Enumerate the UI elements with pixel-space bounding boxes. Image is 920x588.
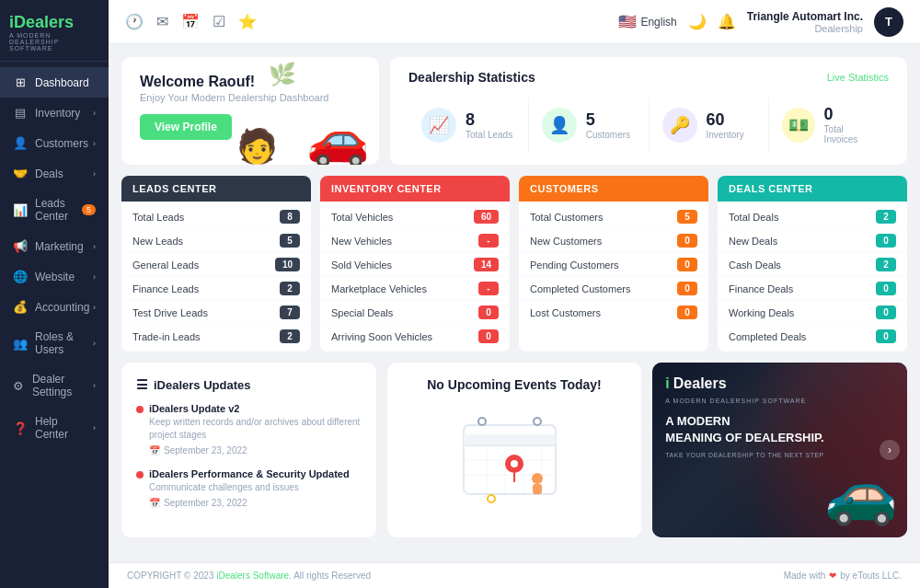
sidebar-label-help: Help Center	[35, 415, 93, 441]
sidebar-label-website: Website	[35, 271, 75, 283]
deal-row-label: Working Deals	[729, 307, 794, 318]
sidebar-item-dashboard[interactable]: ⊞ Dashboard	[0, 67, 109, 98]
leads-badge: 5	[82, 204, 96, 215]
chevron-icon: ›	[93, 109, 96, 118]
customers-panel-body: Total Customers 5 New Customers 0 Pendin…	[519, 202, 708, 328]
sidebar-item-customers[interactable]: 👤 Customers ›	[0, 128, 109, 158]
sidebar-label-customers: Customers	[35, 137, 88, 150]
inv-row-label: New Vehicles	[331, 236, 392, 247]
sidebar-item-marketing[interactable]: 📢 Marketing ›	[0, 231, 109, 261]
leads-panel-body: Total Leads 8 New Leads 5 General Leads …	[121, 202, 311, 352]
moon-icon[interactable]: 🌙	[688, 13, 707, 30]
update-title-1: iDealers Update v2	[149, 403, 362, 414]
roles-icon: 👥	[13, 337, 28, 351]
topbar-right: 🇺🇸 English 🌙 🔔 Triangle Automart Inc. De…	[618, 7, 903, 37]
topbar-left: 🕐 ✉ 📅 ☑ ⭐	[125, 13, 257, 30]
update-date-1: 📅 September 23, 2022	[149, 445, 362, 455]
view-profile-button[interactable]: View Profile	[140, 114, 232, 140]
topbar: 🕐 ✉ 📅 ☑ ⭐ 🇺🇸 English 🌙 🔔 Triangle Automa…	[109, 0, 920, 44]
promo-next-arrow[interactable]: ›	[880, 440, 900, 460]
leads-icon: 📊	[13, 203, 28, 217]
footer-brand-link[interactable]: iDealers Software	[216, 571, 289, 581]
sidebar-item-website[interactable]: 🌐 Website ›	[0, 261, 109, 292]
leads-row-label: Test Drive Leads	[132, 307, 208, 318]
sidebar-item-roles[interactable]: 👥 Roles & Users ›	[0, 322, 109, 364]
inv-row-value: 0	[478, 306, 499, 319]
stat-customers: 👤 5 Customers	[529, 98, 650, 152]
cust-row-label: Total Customers	[530, 212, 603, 223]
no-events-text: No Upcoming Events Today!	[427, 377, 602, 392]
sidebar: iDealers A Modern Dealership Software ⊞ …	[0, 0, 109, 588]
cust-row-value: 0	[677, 234, 697, 248]
user-info: Triangle Automart Inc. Dealership	[747, 10, 863, 34]
cust-row-label: New Customers	[530, 236, 602, 247]
inv-row-value: 14	[474, 258, 499, 271]
deal-row-value: 0	[876, 329, 896, 343]
deal-row-value: 0	[876, 282, 896, 295]
sidebar-item-settings[interactable]: ⚙ Dealer Settings ›	[0, 364, 109, 407]
leads-row-label: Trade-in Leads	[132, 331, 201, 342]
promo-headline: A MODERNMEANING OF DEALERSHIP.	[665, 413, 894, 446]
promo-subtext: TAKE YOUR DEALERSHIP TO THE NEXT STEP	[665, 452, 894, 458]
calendar-icon[interactable]: 📅	[181, 13, 200, 30]
bell-icon[interactable]: 🔔	[718, 14, 736, 29]
sidebar-item-accounting[interactable]: 💰 Accounting ›	[0, 292, 109, 322]
person-illustration: 🧑	[236, 130, 278, 163]
sidebar-item-leads[interactable]: 📊 Leads Center 5	[0, 189, 109, 231]
cust-row-value: 0	[677, 282, 697, 295]
panel-row: Total Leads 8	[121, 205, 311, 229]
chevron-icon: ›	[93, 381, 96, 390]
welcome-card: Welcome Raouf! Enjoy Your Modern Dealers…	[121, 57, 379, 165]
live-statistics-link[interactable]: Live Statistics	[827, 72, 889, 83]
inventory-center-panel: INVENTORY CENTER Total Vehicles 60 New V…	[320, 176, 510, 352]
mail-icon[interactable]: ✉	[156, 13, 168, 30]
stat-label-invoices: Total Invoices	[824, 124, 876, 144]
stat-total-leads: 📈 8 Total Leads	[408, 98, 529, 152]
sidebar-label-inventory: Inventory	[35, 107, 80, 120]
panel-row: Pending Customers 0	[519, 253, 708, 277]
panel-row: Lost Customers 0	[519, 301, 708, 324]
main-area: 🕐 ✉ 📅 ☑ ⭐ 🇺🇸 English 🌙 🔔 Triangle Automa…	[109, 0, 920, 588]
deal-row-value: 2	[876, 258, 896, 271]
events-card: No Upcoming Events Today!	[387, 363, 642, 537]
website-icon: 🌐	[13, 270, 28, 283]
cust-row-label: Lost Customers	[530, 307, 601, 318]
sidebar-label-settings: Dealer Settings	[32, 373, 93, 398]
stat-num-leads: 8	[466, 110, 512, 130]
calendar-small-icon: 📅	[149, 445, 160, 455]
star-icon[interactable]: ⭐	[238, 13, 257, 30]
stat-num-customers: 5	[586, 110, 630, 130]
update-date-2: 📅 September 23, 2022	[149, 498, 362, 508]
stat-label-customers: Customers	[586, 130, 630, 140]
inv-row-value: 60	[474, 210, 499, 224]
chevron-icon: ›	[93, 423, 96, 432]
sidebar-label-leads: Leads Center	[35, 197, 82, 223]
clock-icon[interactable]: 🕐	[125, 13, 144, 30]
chevron-icon: ›	[93, 242, 96, 251]
panel-row: Sold Vehicles 14	[320, 253, 510, 277]
svg-rect-2	[464, 434, 556, 445]
sidebar-item-help[interactable]: ❓ Help Center ›	[0, 407, 109, 449]
sidebar-label-roles: Roles & Users	[35, 330, 93, 356]
promo-logo-dealers: Dealers	[673, 375, 727, 392]
leads-panel-header: LEADS CENTER	[121, 176, 311, 202]
sidebar-item-inventory[interactable]: ▤ Inventory ›	[0, 98, 109, 128]
calendar-illustration	[454, 407, 574, 523]
leads-row-label: Total Leads	[132, 212, 184, 223]
leads-center-panel: LEADS CENTER Total Leads 8 New Leads 5 G…	[121, 176, 311, 352]
avatar[interactable]: T	[874, 7, 903, 37]
sidebar-item-deals[interactable]: 🤝 Deals ›	[0, 158, 109, 189]
checklist-icon[interactable]: ☑	[213, 13, 225, 30]
stat-icon-invoices: 💵	[782, 108, 814, 143]
leads-row-value: 8	[280, 210, 300, 224]
panel-row: New Customers 0	[519, 229, 708, 253]
welcome-title: Welcome Raouf!	[140, 74, 361, 90]
language-selector[interactable]: 🇺🇸 English	[618, 13, 676, 30]
update-item-1: iDealers Update v2 Keep written records …	[136, 403, 362, 455]
deal-row-value: 0	[876, 234, 896, 248]
chevron-icon: ›	[93, 303, 96, 312]
promo-logo-i: i	[665, 375, 669, 392]
content-area: Welcome Raouf! Enjoy Your Modern Dealers…	[109, 44, 920, 562]
svg-point-4	[478, 418, 486, 425]
panel-row: New Leads 5	[121, 229, 311, 253]
